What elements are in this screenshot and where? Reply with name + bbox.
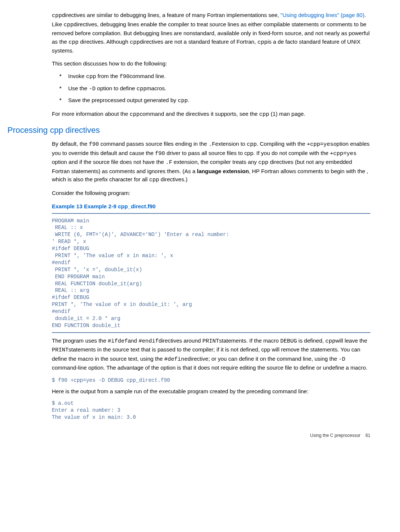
command-line: $ f90 +cpp=yes -D DEBUG cpp_direct.f90 [52, 377, 370, 384]
section-para-2: Consider the following program: [52, 189, 370, 198]
output-block: $ a.out Enter a real number: 3 The value… [52, 400, 370, 421]
example-rule-bottom [52, 332, 370, 333]
example-rule-top [52, 213, 370, 214]
page-footer: Using the C preprocessor 61 [30, 432, 370, 439]
intro-para-1: cppdirectives are similar to debugging l… [52, 11, 370, 55]
link-debugging-lines[interactable]: "Using debugging lines" (page 80) [280, 12, 364, 18]
intro-para-2: This section discusses how to do the fol… [52, 60, 370, 68]
intro-para-3: For more information about the cppcomman… [52, 110, 370, 119]
example-title: Example 13 Example 2-9 cpp_direct.f90 [52, 202, 370, 211]
list-item: Save the preprocessed output generated b… [59, 96, 370, 105]
section-heading: Processing cpp directives [7, 124, 370, 136]
section-para-4: Here is the output from a sample run of … [52, 387, 370, 396]
intro-bullets: Invoke cpp from the f90command line. Use… [59, 72, 370, 105]
list-item: Invoke cpp from the f90command line. [59, 72, 370, 81]
code-block: PROGRAM main REAL :: x WRITE (6, FMT='(A… [52, 218, 370, 329]
list-item: Use the -D option to define cppmacros. [59, 84, 370, 94]
section-para-1: By default, the f90 command passes sourc… [52, 140, 370, 185]
section-para-3: The program uses the #ifdefand #endifdir… [52, 337, 370, 372]
